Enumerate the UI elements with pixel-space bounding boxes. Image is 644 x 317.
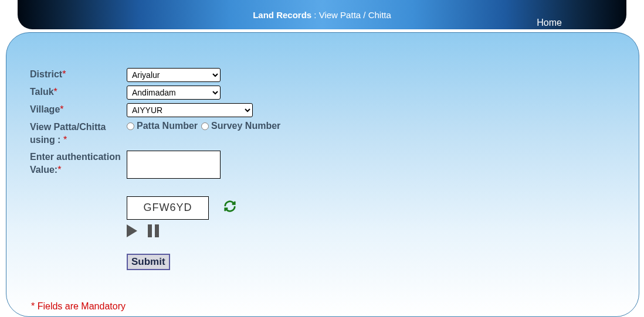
- captcha-row: GFW6YD: [127, 196, 615, 220]
- asterisk: *: [62, 69, 66, 79]
- district-row: District* Ariyalur: [30, 68, 615, 82]
- view-using-label: View Patta/Chitta using : *: [30, 121, 127, 147]
- media-controls: [127, 224, 615, 237]
- taluk-select[interactable]: Andimadam: [127, 86, 221, 100]
- survey-number-radio[interactable]: [201, 122, 209, 130]
- asterisk: *: [57, 165, 61, 175]
- home-link[interactable]: Home: [537, 18, 562, 28]
- view-using-row: View Patta/Chitta using : * Patta Number…: [30, 121, 615, 147]
- submit-button[interactable]: Submit: [127, 254, 170, 270]
- patta-number-label: Patta Number: [137, 121, 198, 131]
- header-title-rest: View Patta / Chitta: [319, 10, 391, 20]
- play-icon[interactable]: [127, 224, 137, 237]
- pause-icon[interactable]: [148, 224, 159, 237]
- survey-number-label: Survey Number: [211, 121, 280, 131]
- district-label: District*: [30, 68, 127, 81]
- mandatory-note: * Fields are Mandatory: [31, 301, 126, 312]
- village-row: Village* AIYYUR: [30, 103, 615, 117]
- village-label: Village*: [30, 103, 127, 116]
- refresh-icon[interactable]: [223, 200, 236, 216]
- district-select[interactable]: Ariyalur: [127, 68, 221, 82]
- auth-label: Enter authentication Value:*: [30, 151, 127, 177]
- asterisk: *: [60, 104, 63, 114]
- auth-row: Enter authentication Value:*: [30, 151, 615, 179]
- village-select[interactable]: AIYYUR: [127, 103, 253, 117]
- captcha-display: GFW6YD: [127, 196, 209, 220]
- header-bar: Land Records : View Patta / Chitta Home: [18, 0, 626, 29]
- patta-number-radio[interactable]: [127, 122, 134, 130]
- asterisk: *: [63, 135, 67, 145]
- header-title-bold: Land Records: [253, 10, 311, 20]
- taluk-label: Taluk*: [30, 86, 127, 98]
- taluk-row: Taluk* Andimadam: [30, 86, 615, 100]
- header-title-sep: :: [311, 10, 319, 20]
- view-using-radios: Patta Number Survey Number: [127, 121, 283, 131]
- asterisk: *: [54, 87, 57, 97]
- form-panel: District* Ariyalur Taluk* Andimadam Vill…: [6, 32, 639, 317]
- auth-input[interactable]: [127, 151, 221, 179]
- header-title: Land Records : View Patta / Chitta: [253, 10, 391, 20]
